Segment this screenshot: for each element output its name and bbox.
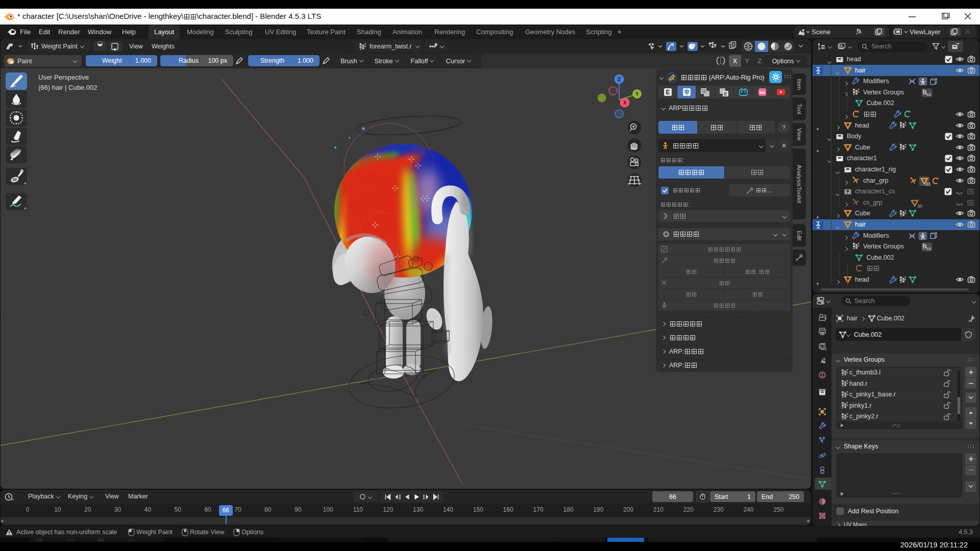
svg-text:Y: Y	[635, 91, 639, 97]
svg-text:X: X	[623, 100, 627, 106]
svg-text:E: E	[666, 89, 670, 96]
svg-text:E: E	[724, 91, 727, 96]
svg-text:Z: Z	[618, 77, 621, 82]
svg-text:68: 68	[926, 246, 931, 251]
svg-text:WA: WA	[759, 91, 765, 94]
svg-text:68: 68	[926, 92, 931, 96]
